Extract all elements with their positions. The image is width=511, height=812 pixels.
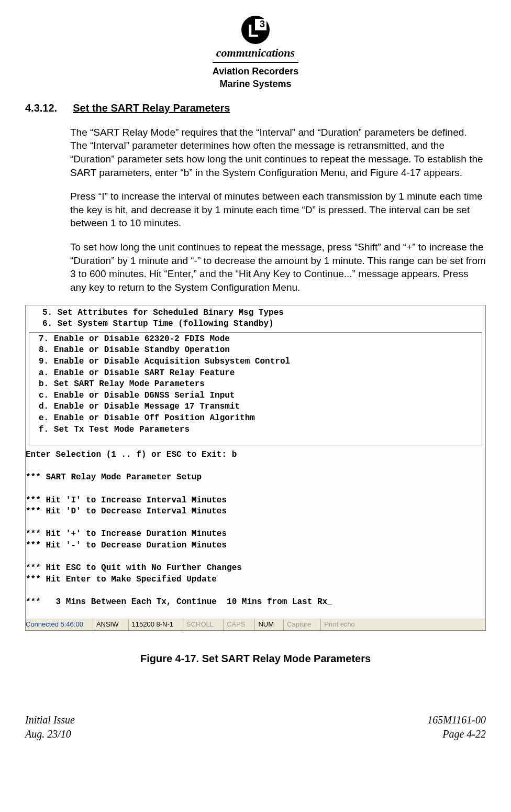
status-line-setting: 115200 8-N-1 <box>129 619 184 630</box>
status-terminal-type: ANSIW <box>93 619 129 630</box>
status-scroll: SCROLL <box>183 619 224 630</box>
figure-caption: Figure 4-17. Set SART Relay Mode Paramet… <box>25 652 486 666</box>
page-footer: Initial Issue Aug. 23/10 165M1161-00 Pag… <box>25 713 486 741</box>
section-heading: 4.3.12. Set the SART Relay Parameters <box>25 101 486 115</box>
section-title: Set the SART Relay Parameters <box>73 101 230 115</box>
terminal-output: Enter Selection (1 .. f) or ESC to Exit:… <box>26 447 485 618</box>
section-number: 4.3.12. <box>25 101 70 115</box>
status-connected: Connected 5:46:00 <box>26 619 93 630</box>
header-logo-block: L 3 communications Aviation Recorders Ma… <box>25 16 486 91</box>
body-paragraph-1: The “SART Relay Mode” requires that the … <box>70 126 486 180</box>
status-caps: CAPS <box>224 619 255 630</box>
status-capture: Capture <box>284 619 321 630</box>
status-num: NUM <box>255 619 284 630</box>
terminal-screenshot: 5. Set Attributes for Scheduled Binary M… <box>25 305 486 631</box>
logo-wrap: L 3 communications Aviation Recorders Ma… <box>213 16 298 90</box>
footer-date: Aug. 23/10 <box>25 727 75 741</box>
brand-text: communications <box>213 45 298 63</box>
division-2: Marine Systems <box>213 78 298 90</box>
footer-right: 165M1161-00 Page 4-22 <box>427 713 486 741</box>
l3-logo-icon: L 3 <box>241 16 270 44</box>
footer-docnum: 165M1161-00 <box>427 713 486 727</box>
footer-issue: Initial Issue <box>25 713 75 727</box>
terminal-menu-box: 7. Enable or Disable 62320-2 FDIS Mode 8… <box>29 332 482 445</box>
terminal-status-bar: Connected 5:46:00 ANSIW 115200 8-N-1 SCR… <box>26 619 485 630</box>
footer-page: Page 4-22 <box>427 727 486 741</box>
division-1: Aviation Recorders <box>213 65 298 78</box>
body-paragraph-3: To set how long the unit continues to re… <box>70 240 486 294</box>
body-paragraph-2: Press “I” to increase the interval of mi… <box>70 190 486 230</box>
status-print-echo: Print echo <box>321 619 364 630</box>
terminal-top-lines: 5. Set Attributes for Scheduled Binary M… <box>26 305 485 331</box>
footer-left: Initial Issue Aug. 23/10 <box>25 713 75 741</box>
